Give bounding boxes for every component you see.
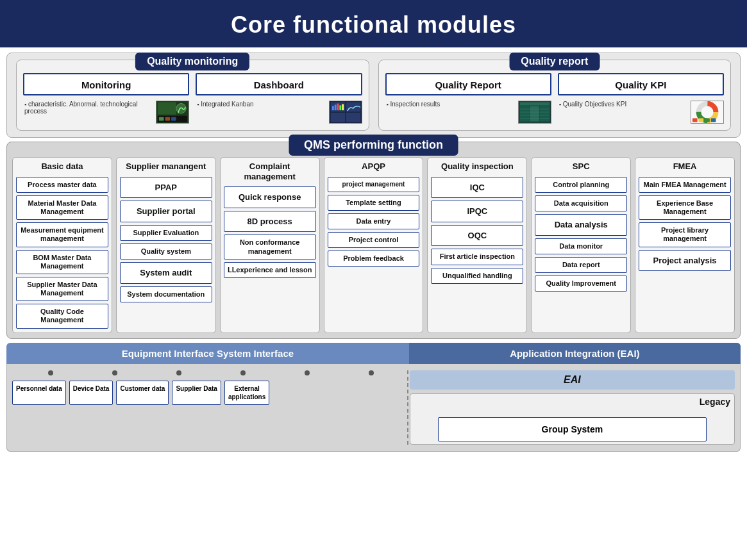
qms-supplier-portal[interactable]: Supplier portal <box>120 201 212 222</box>
interface-bar: Equipment Interface System Interface App… <box>6 343 741 364</box>
qms-data-acquisition[interactable]: Data acquisition <box>535 195 627 211</box>
qms-quality-improvement[interactable]: Quality Improvement <box>535 276 627 292</box>
col-fmea-title: FMEA <box>639 161 731 172</box>
col-apqp: APQP project management Template setting… <box>324 157 424 333</box>
qms-quality-code[interactable]: Quality Code Management <box>16 304 108 328</box>
qms-data-report[interactable]: Data report <box>535 257 627 273</box>
customer-data-box[interactable]: Customer data <box>116 381 169 405</box>
dashboard-box[interactable]: Dashboard <box>196 73 362 95</box>
quality-kpi-thumb <box>691 101 724 124</box>
qms-project-analysis[interactable]: Project analysis <box>639 250 731 272</box>
qms-project-library[interactable]: Project library management <box>639 222 731 247</box>
dashboard-item: Dashboard ▪ Integrated Kanban <box>196 73 362 124</box>
device-data-box[interactable]: Device Data <box>69 381 113 405</box>
personnel-data-box[interactable]: Personnel data <box>12 381 66 405</box>
qms-ppap[interactable]: PPAP <box>120 177 212 199</box>
dots-row <box>12 370 410 375</box>
quality-monitoring-panel: Quality monitoring Monitoring ▪ characte… <box>16 60 369 131</box>
qms-ipqc[interactable]: IPQC <box>431 201 523 222</box>
svg-rect-21 <box>520 106 529 121</box>
dot-2 <box>112 370 117 375</box>
qms-control-planning[interactable]: Control planning <box>535 177 627 193</box>
bottom-section: Personnel data Device Data Customer data… <box>6 364 741 452</box>
dot-4 <box>240 370 246 375</box>
quality-report-panel: Quality report Quality Report ▪ Inspecti… <box>378 60 732 131</box>
col-complaint-title: Complaint management <box>224 161 316 181</box>
qms-data-entry[interactable]: Data entry <box>328 213 420 229</box>
svg-rect-6 <box>171 117 176 121</box>
svg-rect-11 <box>330 113 344 122</box>
svg-rect-15 <box>337 104 339 111</box>
svg-rect-13 <box>332 106 333 110</box>
qms-system-doc[interactable]: System documentation <box>120 286 212 302</box>
svg-rect-1 <box>158 103 176 115</box>
qms-project-control[interactable]: Project control <box>328 232 420 248</box>
qms-data-monitor[interactable]: Data monitor <box>535 238 627 254</box>
quality-monitoring-content: Monitoring ▪ characteristic. Abnormal. t… <box>23 73 362 124</box>
eai-label: EAI <box>410 370 735 390</box>
qms-system-audit[interactable]: System audit <box>120 262 212 284</box>
qms-iqc[interactable]: IQC <box>431 177 523 199</box>
qms-section: QMS performing function Basic data Proce… <box>6 142 741 339</box>
legacy-panel: Legacy Group System <box>410 393 735 445</box>
col-quality-inspection: Quality inspection IQC IPQC OQC First ar… <box>427 157 527 333</box>
qms-unqualified[interactable]: Unqualified handling <box>431 268 523 284</box>
legacy-label: Legacy <box>700 397 730 407</box>
col-complaint: Complaint management Quick response 8D p… <box>220 157 320 333</box>
qms-quick-response[interactable]: Quick response <box>224 186 316 208</box>
bottom-left: Personnel data Device Data Customer data… <box>12 370 410 445</box>
qms-quality-system[interactable]: Quality system <box>120 243 212 259</box>
quality-report-label: Quality report <box>509 53 600 70</box>
qms-project-management[interactable]: project management <box>328 177 420 192</box>
qms-measurement[interactable]: Measurement equipment management <box>16 222 108 247</box>
quality-report-box[interactable]: Quality Report <box>385 73 551 95</box>
monitoring-item: Monitoring ▪ characteristic. Abnormal. t… <box>23 73 189 124</box>
svg-rect-23 <box>539 106 549 121</box>
qms-supplier-eval[interactable]: Supplier Evaluation <box>120 225 212 241</box>
quality-report-content: Quality Report ▪ Inspection results <box>385 73 725 124</box>
qms-first-article[interactable]: First article inspection <box>431 249 523 265</box>
col-apqp-title: APQP <box>328 161 420 172</box>
qms-columns: Basic data Process master data Material … <box>12 157 735 333</box>
qms-non-conformance[interactable]: Non conformance management <box>224 235 316 259</box>
quality-report-item: Quality Report ▪ Inspection results <box>385 73 551 124</box>
equipment-interface-label: Equipment Interface System Interface <box>6 343 409 364</box>
qms-process-master[interactable]: Process master data <box>16 177 108 193</box>
quality-report-desc: ▪ Inspection results <box>385 99 551 124</box>
bottom-right: EAI Legacy Group System <box>410 370 735 445</box>
svg-rect-16 <box>339 105 341 110</box>
external-apps-box[interactable]: Externalapplications <box>224 381 269 405</box>
quality-report-desc-text: ▪ Inspection results <box>387 101 514 108</box>
dashboard-desc: ▪ Integrated Kanban <box>196 99 362 124</box>
qms-main-fmea[interactable]: Main FMEA Management <box>639 177 731 193</box>
monitoring-box[interactable]: Monitoring <box>23 73 189 95</box>
monitoring-desc-text: ▪ characteristic. Abnormal. technologica… <box>24 101 152 115</box>
qms-experience-base[interactable]: Experience Base Management <box>639 195 731 220</box>
qms-data-analysis[interactable]: Data analysis <box>535 214 627 236</box>
quality-monitoring-label: Quality monitoring <box>135 53 249 70</box>
svg-rect-20 <box>520 103 550 106</box>
quality-kpi-desc-text: ▪ Quality Objectives KPI <box>559 101 687 108</box>
dashed-divider <box>407 370 408 445</box>
col-supplier: Supplier manangent PPAP Supplier portal … <box>116 157 216 333</box>
qms-template-setting[interactable]: Template setting <box>328 195 420 211</box>
main-header: Core functional modules <box>0 0 747 47</box>
qms-material-master[interactable]: Material Master Data Management <box>16 195 108 220</box>
qms-oqc[interactable]: OQC <box>431 225 523 247</box>
svg-rect-37 <box>711 119 716 122</box>
page-title: Core functional modules <box>0 12 747 38</box>
qms-8d-process[interactable]: 8D process <box>224 211 316 233</box>
group-system-box[interactable]: Group System <box>438 417 707 441</box>
svg-rect-17 <box>342 104 344 111</box>
qms-bom[interactable]: BOM Master Data Management <box>16 250 108 274</box>
quality-kpi-desc: ▪ Quality Objectives KPI <box>558 99 724 124</box>
svg-rect-34 <box>692 119 698 122</box>
supplier-data-box[interactable]: Supplier Data <box>172 381 221 405</box>
svg-rect-4 <box>159 117 164 121</box>
svg-rect-35 <box>699 119 704 122</box>
quality-kpi-item: Quality KPI ▪ Quality Objectives KPI <box>558 73 724 124</box>
quality-kpi-box[interactable]: Quality KPI <box>558 73 724 95</box>
qms-problem-feedback[interactable]: Problem feedback <box>328 251 420 267</box>
qms-llexperience[interactable]: LLexperience and lesson <box>224 262 316 278</box>
qms-supplier-master[interactable]: Supplier Master Data Management <box>16 277 108 301</box>
